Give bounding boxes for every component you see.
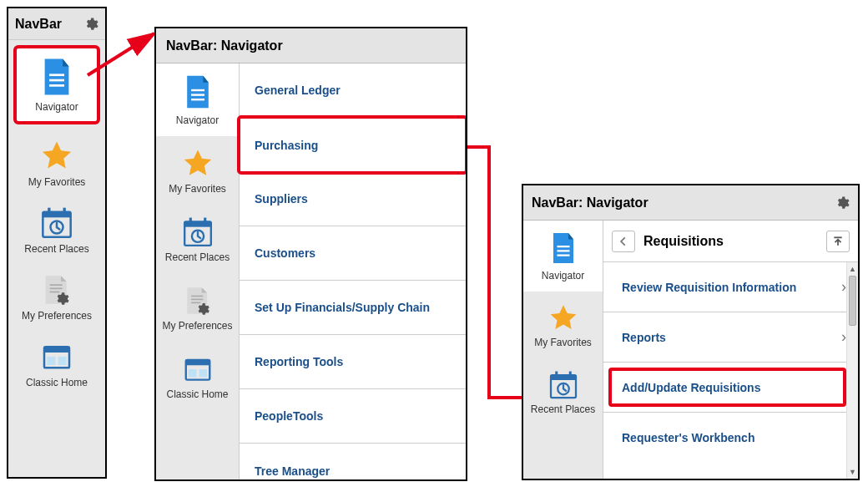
scroll-down-button[interactable]: ▼ (847, 465, 858, 479)
navigator-icon (184, 75, 211, 109)
navigator-icon (551, 232, 576, 264)
sidebar-item-prefs[interactable]: My Preferences (156, 273, 239, 342)
nav-item-purchasing[interactable]: Purchasing (240, 118, 466, 172)
scroll-track[interactable] (847, 276, 858, 465)
star-icon (527, 303, 599, 333)
nav-item-add-update-requisitions[interactable]: Add/Update Requisitions (603, 363, 858, 413)
back-button[interactable] (612, 231, 635, 252)
navbar-header: NavBar (8, 8, 105, 40)
sidebar-item-home[interactable]: Classic Home (156, 342, 239, 410)
nav-item-reporting-tools[interactable]: Reporting Tools (240, 335, 466, 389)
requisitions-sidebar: Navigator My Favorites Recent Places (523, 221, 603, 479)
nav-item-setup-financials[interactable]: Set Up Financials/Supply Chain (240, 281, 466, 335)
sidebar-item-prefs[interactable]: My Preferences (8, 263, 105, 330)
sidebar-item-navigator[interactable]: Navigator (13, 45, 100, 124)
requisitions-header: NavBar: Navigator (523, 185, 858, 221)
sidebar-item-label: Navigator (20, 101, 93, 113)
arrow-top-icon (832, 236, 844, 247)
preferences-icon (159, 285, 235, 317)
requisitions-list: Requisitions Review Requisition Informat… (603, 221, 858, 479)
sidebar-item-label: Navigator (527, 270, 599, 282)
sidebar-item-label: Navigator (159, 114, 235, 126)
nav-item-suppliers[interactable]: Suppliers (240, 172, 466, 226)
sidebar-item-home[interactable]: Classic Home (8, 330, 105, 397)
sidebar-item-favorites[interactable]: My Favorites (156, 136, 239, 205)
scroll-thumb[interactable] (849, 276, 856, 326)
calendar-clock-icon (527, 370, 599, 400)
gear-icon[interactable] (83, 17, 98, 32)
star-icon (159, 148, 235, 180)
breadcrumb: Requisitions (603, 221, 858, 262)
nav-item-customers[interactable]: Customers (240, 226, 466, 281)
classic-home-icon (12, 340, 102, 373)
sidebar-item-navigator[interactable]: Navigator (523, 221, 603, 292)
sidebar-item-label: Recent Places (159, 251, 235, 263)
requisitions-panel: NavBar: Navigator Navigator My Favorites… (522, 184, 860, 480)
navbar-panel: NavBar Navigator My Favorites Recent Pla… (7, 7, 107, 479)
sidebar-item-label: My Favorites (527, 337, 599, 348)
navigator-list: General Ledger Purchasing Suppliers Cust… (240, 63, 466, 479)
calendar-clock-icon (12, 206, 102, 240)
arrow-left-icon (618, 236, 629, 247)
scrollbar[interactable]: ▲ ▼ (846, 262, 858, 479)
nav-item-review-requisition[interactable]: Review Requisition Information › (603, 262, 858, 312)
nav-item-peopletools[interactable]: PeopleTools (240, 389, 466, 444)
navbar-title: NavBar (15, 17, 62, 32)
nav-item-tree-manager[interactable]: Tree Manager (240, 444, 466, 479)
nav-item-requesters-workbench[interactable]: Requester's Workbench (603, 413, 858, 463)
sidebar-item-label: My Favorites (12, 176, 102, 188)
preferences-icon (12, 273, 102, 307)
sidebar-item-label: My Favorites (159, 183, 235, 195)
navigator-title: NavBar: Navigator (166, 38, 283, 53)
sidebar-item-favorites[interactable]: My Favorites (8, 129, 105, 196)
sidebar-item-favorites[interactable]: My Favorites (523, 292, 603, 358)
sidebar-item-label: My Preferences (159, 320, 235, 332)
sidebar-item-recent[interactable]: Recent Places (523, 358, 603, 425)
sidebar-item-recent[interactable]: Recent Places (156, 205, 239, 273)
classic-home-icon (159, 353, 235, 385)
calendar-clock-icon (159, 216, 235, 248)
sidebar-item-label: Recent Places (12, 243, 102, 255)
star-icon (12, 140, 102, 173)
nav-item-reports[interactable]: Reports › (603, 312, 858, 363)
nav-item-general-ledger[interactable]: General Ledger (240, 63, 466, 118)
gear-icon[interactable] (835, 195, 850, 211)
navigator-panel: NavBar: Navigator Navigator My Favorites… (154, 27, 467, 481)
requisitions-title: NavBar: Navigator (532, 195, 648, 211)
breadcrumb-title: Requisitions (643, 234, 724, 249)
sidebar-item-recent[interactable]: Recent Places (8, 196, 105, 263)
sidebar-item-navigator[interactable]: Navigator (156, 63, 239, 136)
sidebar-item-label: Recent Places (527, 403, 599, 415)
navigator-icon (42, 58, 72, 95)
top-button[interactable] (826, 231, 850, 252)
scroll-up-button[interactable]: ▲ (847, 262, 858, 276)
sidebar-item-label: My Preferences (12, 310, 102, 322)
navigator-sidebar: Navigator My Favorites Recent Places My … (156, 63, 240, 479)
sidebar-item-label: Classic Home (159, 388, 235, 400)
sidebar-item-label: Classic Home (12, 377, 102, 388)
navigator-header: NavBar: Navigator (156, 28, 466, 63)
